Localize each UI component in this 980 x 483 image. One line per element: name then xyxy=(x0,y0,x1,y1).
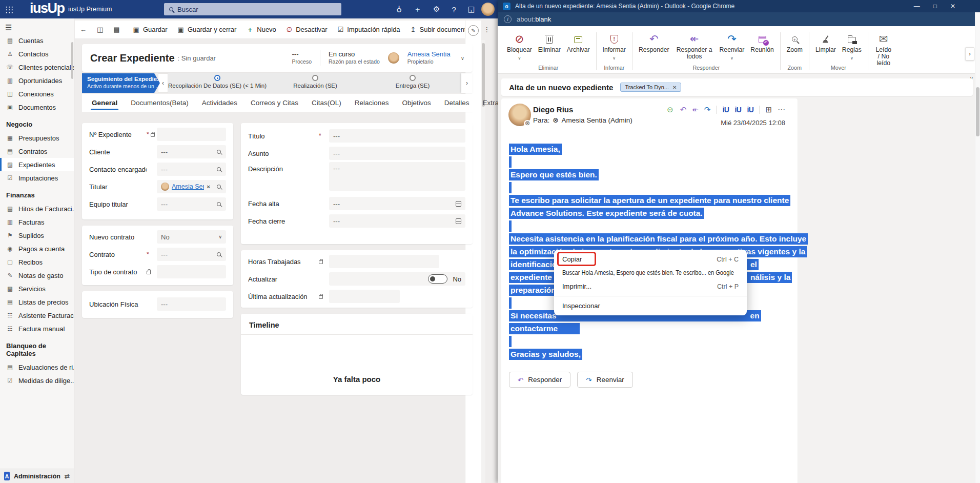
sidebar-item[interactable]: ▥ Oportunidades xyxy=(0,74,74,87)
field-input[interactable]: Amesia Sentia ([ ✕ ∨ xyxy=(157,180,226,193)
back-button[interactable]: ← xyxy=(75,21,92,38)
sidebar-item[interactable]: ☏ Clientes potenciales xyxy=(0,61,74,74)
sidebar-item[interactable]: ♙ Contactos xyxy=(0,47,74,61)
report-button[interactable]: ! Informar∨ xyxy=(600,29,629,63)
menu-item-copy[interactable]: Copiar Ctrl + C xyxy=(554,252,747,266)
close-icon[interactable]: ✕ xyxy=(672,85,677,90)
sidebar-item[interactable]: ▤ Evaluaciones de ri... xyxy=(0,360,74,374)
form-tab[interactable]: Detalles xyxy=(438,94,476,112)
save-button[interactable]: ▣Guardar xyxy=(128,21,173,38)
iusup-addin-icon[interactable]: iU xyxy=(722,106,729,114)
info-icon[interactable]: i xyxy=(504,15,512,23)
field-input[interactable]: ✕ --- ∨ xyxy=(157,163,226,176)
save-close-button[interactable]: ▣Guardar y cerrar xyxy=(173,21,242,38)
sidebar-item[interactable]: ▣ Documentos xyxy=(0,100,74,114)
forward-footer-button[interactable]: ↷ Reenviar xyxy=(577,372,632,388)
toggle-wrap[interactable]: No xyxy=(428,274,461,284)
tracked-tag[interactable]: Tracked To Dyn... ✕ xyxy=(620,83,681,92)
bpf-next-icon[interactable]: › xyxy=(461,73,473,93)
forward-icon[interactable]: ↷ xyxy=(704,105,711,114)
lookup-pill[interactable]: Amesia Sentia ([ ✕ xyxy=(161,183,211,191)
area-switcher[interactable]: A Administración ⇄ xyxy=(0,469,74,483)
sidebar-item[interactable]: ▨ Expedientes xyxy=(0,158,74,171)
field-input[interactable] xyxy=(329,255,439,268)
new-button[interactable]: ＋Nuevo xyxy=(241,21,281,38)
waffle-icon[interactable] xyxy=(5,6,13,13)
sidebar-item[interactable]: ▤ Hitos de Facturaci... xyxy=(0,202,74,215)
address-bar[interactable]: i about:blank xyxy=(498,12,980,26)
form-tab[interactable]: Objetivos xyxy=(395,94,437,112)
sidebar-item[interactable]: ☷ Asistente Facturac... xyxy=(0,309,74,322)
ribbon-expand-icon[interactable]: › xyxy=(965,47,974,61)
feedback-icon[interactable]: ◱ xyxy=(468,5,475,14)
sidebar-item[interactable]: ▤ Listas de precios xyxy=(0,295,74,309)
bpf-stage[interactable]: Realización (SE) xyxy=(267,73,364,93)
sidebar-item[interactable]: ▤ Contratos xyxy=(0,145,74,158)
reply-button[interactable]: ↶ Responder xyxy=(636,29,672,54)
recipient-name[interactable]: Amesia Sentia (Admin) xyxy=(562,116,632,124)
sidebar-item[interactable]: ◫ Conexiones xyxy=(0,87,74,100)
field-input[interactable] xyxy=(329,290,400,303)
field-input[interactable]: No ∨ xyxy=(157,230,226,244)
calendar-icon[interactable] xyxy=(456,201,461,207)
sidebar-item[interactable]: ◉ Pagos a cuenta xyxy=(0,242,74,255)
field-input[interactable]: --- xyxy=(329,147,465,160)
quick-imputation-button[interactable]: ☑Imputación rápida xyxy=(333,21,405,38)
reply-all-button[interactable]: ↞ Responder a todos xyxy=(672,29,717,61)
minimize-button[interactable]: — xyxy=(914,3,920,10)
form-selector-icon[interactable]: ▤ xyxy=(108,21,125,38)
menu-item-print[interactable]: Imprimir... Ctrl + P xyxy=(554,279,747,293)
form-tab[interactable]: Citas(OL) xyxy=(305,94,348,112)
field-input[interactable]: --- xyxy=(329,197,465,210)
block-button[interactable]: ⊘ Bloquear∨ xyxy=(504,29,535,63)
field-input[interactable]: ✕ ∨ xyxy=(157,128,226,141)
form-tab[interactable]: Relaciones xyxy=(348,94,396,112)
calendar-icon[interactable] xyxy=(456,218,461,224)
maximize-button[interactable]: □ xyxy=(933,3,937,10)
help-icon[interactable]: ? xyxy=(452,5,456,14)
sidebar-item[interactable]: ▥ Facturas xyxy=(0,215,74,229)
reply-icon[interactable]: ↶ xyxy=(680,105,687,114)
menu-item-search[interactable]: Buscar Hola Amesia, Espero que estés bie… xyxy=(554,266,747,279)
bpf-stage[interactable]: Recopilación De Datos (SE) (< 1 Min) xyxy=(168,73,267,93)
bpf-stage[interactable]: Entrega (SE) xyxy=(364,73,461,93)
sidebar-item[interactable]: ▢ Recibos xyxy=(0,255,74,269)
lookup-icon[interactable] xyxy=(217,252,221,256)
lightbulb-icon[interactable]: ⚲ xyxy=(396,5,402,14)
apps-grid-icon[interactable]: ⊞ xyxy=(765,105,772,114)
swap-icon[interactable]: ⇄ xyxy=(65,473,70,480)
lookup-icon[interactable] xyxy=(217,185,221,189)
deactivate-button[interactable]: ∅Desactivar xyxy=(281,21,333,38)
field-input[interactable]: --- xyxy=(157,297,226,311)
close-button[interactable]: ✕ xyxy=(950,3,955,10)
archive-button[interactable]: Archivar xyxy=(564,29,593,54)
bpf-active-stage[interactable]: Seguimiento del Expedie... Activo durant… xyxy=(82,73,160,93)
sidebar-item[interactable]: ✎ Notas de gasto xyxy=(0,269,74,282)
sidebar-scrollbar[interactable] xyxy=(71,42,73,79)
sidebar-item[interactable]: ⚑ Suplidos xyxy=(0,229,74,242)
sidebar-item[interactable]: ☑ Medidas de dilige... xyxy=(0,374,74,387)
form-tab[interactable]: Actividades xyxy=(195,94,244,112)
plus-icon[interactable]: ＋ xyxy=(414,5,421,14)
page-scrollbar[interactable] xyxy=(975,12,980,483)
sidebar-item[interactable]: ▩ Servicios xyxy=(0,282,74,295)
field-input[interactable]: No xyxy=(329,272,465,286)
read-unread-button[interactable]: ✉ Leído / No leído xyxy=(871,29,896,68)
form-tab[interactable]: Documentos(Beta) xyxy=(124,94,195,112)
field-input[interactable]: --- xyxy=(329,162,465,191)
close-icon[interactable]: ✕ xyxy=(207,184,211,190)
form-tab[interactable]: General xyxy=(85,94,124,112)
field-input[interactable]: --- ∨ xyxy=(157,248,226,261)
forward-button[interactable]: ↷ Reenviar∨ xyxy=(717,29,748,63)
reactions-icon[interactable]: ☺ xyxy=(666,105,674,114)
field-input[interactable]: --- xyxy=(329,129,465,143)
lookup-icon[interactable] xyxy=(217,150,221,154)
menu-item-inspect[interactable]: Inspeccionar xyxy=(554,299,747,313)
sweep-button[interactable]: Limpiar xyxy=(812,29,839,54)
delete-button[interactable]: Eliminar xyxy=(535,29,564,54)
field-input[interactable]: ✕ --- ∨ xyxy=(157,145,226,158)
open-record-icon[interactable]: ◫ xyxy=(92,21,108,38)
user-avatar[interactable] xyxy=(481,3,495,16)
record-link[interactable]: Amesia Sentia ([ xyxy=(172,183,204,190)
sidebar-item[interactable]: ▦ Presupuestos xyxy=(0,131,74,145)
